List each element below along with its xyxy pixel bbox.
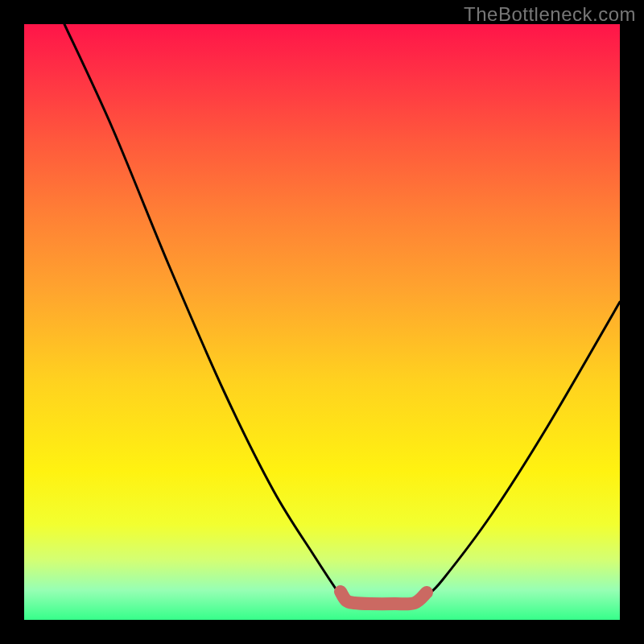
curve-svg	[24, 24, 620, 620]
chart-frame: TheBottleneck.com	[0, 0, 644, 644]
bottom-highlight	[341, 592, 427, 604]
plot-area	[24, 24, 620, 620]
watermark-text: TheBottleneck.com	[464, 3, 636, 26]
bottleneck-curve	[64, 24, 620, 604]
